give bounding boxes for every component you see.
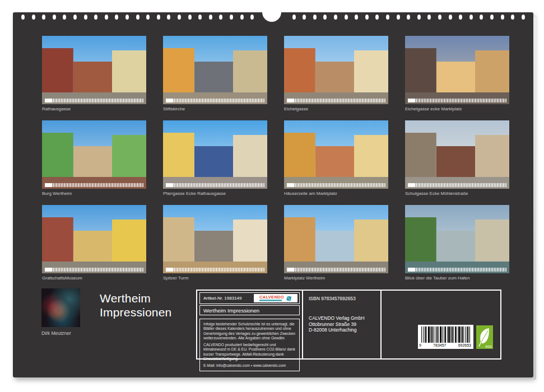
- mini-calendar-strip: [45, 99, 143, 102]
- calendar-title: Wertheim Impressionen: [100, 291, 171, 319]
- binding-hole: [230, 15, 233, 20]
- binding-hole: [136, 15, 140, 20]
- calendar-title-line2: Impressionen: [100, 305, 171, 319]
- binding-hole: [427, 15, 431, 20]
- contact-line: E-Mail: info@calvendo.com • www.calvendo…: [203, 361, 296, 368]
- mini-calendar-strip: [408, 268, 506, 272]
- calendar-page-thumbnail: Häuserzeile am Marktplatz: [284, 120, 388, 197]
- author-name: Dirk Meutzner: [41, 330, 71, 336]
- thumbnail-caption: GrafschaftsMuseum: [42, 276, 146, 281]
- article-number-box: Artikel-Nr. 1983149 CALVENDO: [199, 292, 300, 304]
- mini-calendar-strip: [287, 99, 385, 102]
- binding-hole: [386, 15, 389, 20]
- binding-hole: [42, 15, 45, 20]
- thumbnail-photo: [284, 205, 388, 273]
- barcode-digit-group: 692653: [458, 343, 471, 348]
- calendar-page-thumbnail: Stiftskirche: [163, 36, 267, 112]
- info-column-left: Artikel-Nr. 1983149 CALVENDO Wertheim Im…: [197, 291, 303, 358]
- mini-calendar-strip: [287, 268, 385, 272]
- binding-hole: [417, 15, 421, 20]
- mini-calendar-strip: [45, 268, 143, 272]
- binding-hole: [167, 15, 170, 20]
- calvendo-brand-text: CALVENDO: [259, 295, 284, 299]
- info-column-middle: ISBN 9783457692653 CALVENDO Verlag GmbH …: [303, 291, 382, 358]
- ean-barcode: 9 783457 692653: [418, 325, 473, 349]
- binding-hole: [522, 15, 525, 20]
- binding-hole: [21, 15, 25, 20]
- binding-hole: [407, 15, 410, 20]
- binding-hole: [125, 15, 129, 20]
- binding-hole: [250, 15, 254, 20]
- calendar-page-thumbnail: Eichelgasse ecke Marktplatz: [405, 36, 509, 112]
- thumbnail-photo: [284, 36, 388, 104]
- calendar-page-thumbnail: Marktplatz Wertheim: [284, 205, 388, 281]
- legal-paragraph: CALVENDO produziert bedarfsgerecht und k…: [203, 343, 296, 361]
- thumbnail-caption: Häuserzeile am Marktplatz: [284, 191, 388, 197]
- thumbnail-photo: [42, 120, 146, 189]
- binding-hole: [459, 15, 462, 20]
- binding-hole: [157, 15, 160, 20]
- binding-hole: [490, 15, 494, 20]
- binding-hole: [32, 15, 35, 20]
- calvendo-wordmark: CALVENDO: [259, 295, 284, 301]
- binding-hole: [292, 15, 296, 20]
- binding-hole: [63, 15, 66, 20]
- binding-hole: [469, 15, 473, 20]
- page-stack-edge: [533, 17, 536, 380]
- thumbnail-photo: [405, 36, 509, 104]
- thumbnail-caption: Eichelgasse: [284, 106, 388, 112]
- thumbnail-photo: [405, 120, 509, 189]
- calvendo-logo: CALVENDO: [254, 294, 297, 302]
- binding-hole: [146, 15, 150, 20]
- isbn-number: ISBN 9783457692653: [309, 296, 375, 301]
- mini-calendar-strip: [287, 183, 385, 187]
- barcode-number: 9 783457 692653: [418, 343, 473, 348]
- binding-hole: [511, 15, 514, 20]
- mini-calendar-strip: [45, 183, 143, 187]
- thumbnail-photo: [284, 120, 388, 189]
- thumbnail-caption: Burg Wertheim: [42, 191, 146, 197]
- calendar-page-thumbnail: Burg Wertheim: [42, 120, 146, 197]
- legal-paragraph: Infolge bestehender Schutzrechte ist es …: [203, 322, 296, 340]
- hanger-notch: [262, 3, 281, 22]
- eco-logo: eco: [476, 325, 493, 349]
- calendar-back-cover: Rathausgasse Stiftskirche Eichelgasse Ei…: [13, 12, 533, 377]
- binding-hole: [198, 15, 202, 20]
- publisher-address: CALVENDO Verlag GmbH Ottobrunner Straße …: [309, 315, 375, 333]
- thumbnail-caption: Blick über die Tauber zum Hafen: [405, 276, 509, 281]
- barcode-bars: [418, 326, 473, 343]
- mini-calendar-strip: [408, 183, 506, 187]
- publisher-city: D-82008 Unterhaching: [309, 327, 375, 333]
- binding-hole: [345, 15, 348, 20]
- eco-label: eco: [486, 344, 492, 348]
- article-number: Artikel-Nr. 1983149: [203, 296, 241, 301]
- binding-hole: [105, 15, 108, 20]
- binding-hole: [334, 15, 337, 20]
- thumbnail-photo: [163, 205, 267, 273]
- thumbnail-caption: Marktplatz Wertheim: [284, 276, 388, 281]
- binding-hole: [209, 15, 212, 20]
- mini-calendar-strip: [166, 183, 264, 187]
- binding-hole: [480, 15, 483, 20]
- thumbnail-caption: Eichelgasse ecke Marktplatz: [405, 106, 509, 112]
- binding-hole: [219, 15, 222, 20]
- legal-text-box: Infolge bestehender Schutzrechte ist es …: [199, 319, 300, 371]
- binding-hole: [94, 15, 97, 20]
- binding-hole: [303, 15, 306, 20]
- legal-paragraphs: Infolge bestehender Schutzrechte ist es …: [203, 322, 296, 361]
- binding-hole: [240, 15, 244, 20]
- calvendo-page-icon: [286, 295, 292, 302]
- thumbnail-photo: [405, 205, 509, 273]
- publisher-info-box: Artikel-Nr. 1983149 CALVENDO Wertheim Im…: [196, 290, 501, 360]
- calendar-page-thumbnail: GrafschaftsMuseum: [42, 205, 146, 281]
- author-photo: [41, 288, 80, 327]
- thumbnail-caption: Rathausgasse: [42, 106, 146, 112]
- binding-hole: [397, 15, 400, 20]
- binding-hole: [323, 15, 327, 20]
- calendar-page-thumbnail: Rathausgasse: [42, 36, 146, 112]
- mini-calendar-strip: [166, 268, 264, 272]
- binding-hole: [313, 15, 317, 20]
- binding-hole: [365, 15, 369, 20]
- binding-hole: [53, 15, 56, 20]
- thumbnail-caption: Schulgasse Ecke Mühlenstraße: [405, 191, 509, 197]
